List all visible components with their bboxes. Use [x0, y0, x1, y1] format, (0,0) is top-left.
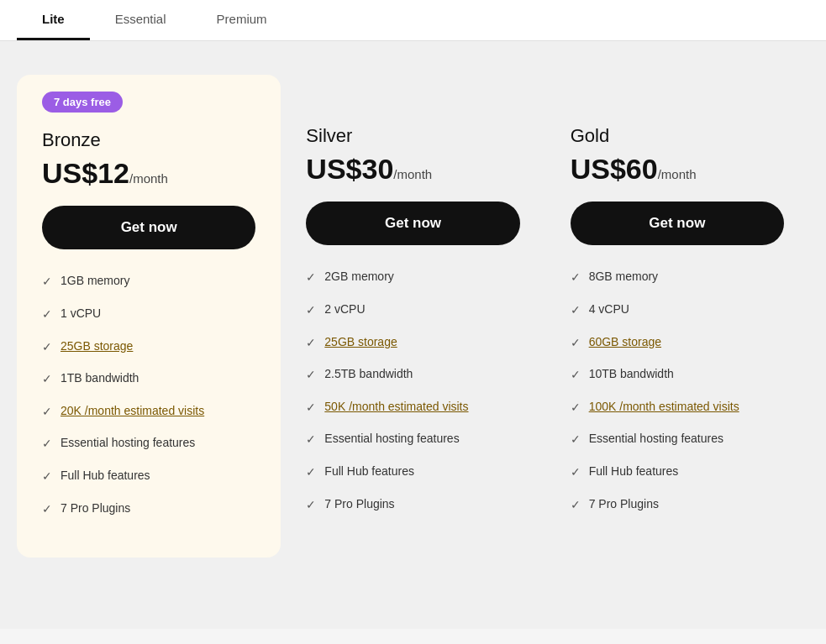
plan-price-bronze: US$12/month [42, 158, 255, 189]
price-amount-bronze: US$12 [42, 157, 129, 189]
price-period-gold: /month [658, 167, 697, 181]
features-list-gold: ✓8GB memory ✓4 vCPU ✓60GB storage ✓10TB … [571, 269, 784, 513]
features-list-bronze: ✓1GB memory ✓1 vCPU ✓25GB storage ✓1TB b… [42, 273, 255, 517]
feature-text: 7 Pro Plugins [324, 496, 394, 513]
list-item: ✓50K /month estimated visits [306, 399, 519, 416]
feature-text: 1GB memory [61, 273, 129, 290]
list-item: ✓Full Hub features [42, 468, 255, 485]
list-item: ✓7 Pro Plugins [42, 500, 255, 518]
plan-card-silver: Silver US$30/month Get now ✓2GB memory ✓… [281, 75, 545, 553]
check-icon: ✓ [571, 432, 581, 448]
list-item: ✓25GB storage [42, 338, 255, 356]
list-item: ✓Full Hub features [571, 463, 784, 481]
check-icon: ✓ [571, 400, 581, 416]
feature-link[interactable]: 50K /month estimated visits [324, 399, 468, 416]
feature-text: 7 Pro Plugins [61, 500, 130, 517]
feature-text: Full Hub features [61, 468, 150, 484]
list-item: ✓100K /month estimated visits [571, 399, 784, 416]
tab-lite[interactable]: Lite [17, 0, 90, 40]
list-item: ✓1 vCPU [42, 306, 255, 323]
check-icon: ✓ [42, 371, 52, 388]
check-icon: ✓ [571, 497, 581, 514]
list-item: ✓10TB bandwidth [571, 366, 784, 384]
feature-text: Full Hub features [324, 463, 414, 480]
check-icon: ✓ [571, 270, 581, 286]
plan-name-bronze: Bronze [42, 129, 255, 151]
feature-text: Full Hub features [589, 463, 679, 480]
plan-name-silver: Silver [306, 125, 519, 147]
list-item: ✓Essential hosting features [306, 431, 519, 448]
free-badge: 7 days free [42, 92, 123, 113]
list-item: ✓2 vCPU [306, 301, 519, 319]
get-now-button-bronze[interactable]: Get now [42, 206, 255, 249]
features-list-silver: ✓2GB memory ✓2 vCPU ✓25GB storage ✓2.5TB… [306, 269, 519, 513]
check-icon: ✓ [306, 367, 316, 384]
plans-grid: 7 days free Bronze US$12/month Get now ✓… [17, 75, 809, 558]
list-item: ✓2GB memory [306, 269, 519, 286]
feature-text: 10TB bandwidth [589, 366, 674, 383]
list-item: ✓7 Pro Plugins [306, 496, 519, 514]
feature-text: 8GB memory [589, 269, 658, 285]
check-icon: ✓ [42, 306, 52, 323]
feature-text: 1TB bandwidth [61, 370, 139, 387]
get-now-button-silver[interactable]: Get now [306, 202, 519, 245]
check-icon: ✓ [306, 302, 316, 319]
check-icon: ✓ [42, 274, 52, 291]
plan-price-gold: US$60/month [571, 154, 784, 185]
tab-essential[interactable]: Essential [90, 0, 192, 40]
plan-card-gold: Gold US$60/month Get now ✓8GB memory ✓4 … [545, 75, 809, 553]
list-item: ✓7 Pro Plugins [571, 496, 784, 514]
check-icon: ✓ [42, 436, 52, 453]
list-item: ✓4 vCPU [571, 301, 784, 319]
feature-text: 2 vCPU [324, 301, 365, 318]
list-item: ✓25GB storage [306, 334, 519, 352]
check-icon: ✓ [306, 335, 316, 352]
tab-premium[interactable]: Premium [192, 0, 292, 40]
list-item: ✓20K /month estimated visits [42, 403, 255, 421]
check-icon: ✓ [42, 404, 52, 421]
list-item: ✓Essential hosting features [42, 435, 255, 453]
price-period-bronze: /month [129, 171, 168, 186]
check-icon: ✓ [42, 469, 52, 485]
list-item: ✓60GB storage [571, 334, 784, 352]
feature-link[interactable]: 25GB storage [61, 338, 133, 355]
tabs-bar: Lite Essential Premium [0, 0, 826, 41]
list-item: ✓1TB bandwidth [42, 370, 255, 388]
check-icon: ✓ [571, 464, 581, 481]
check-icon: ✓ [42, 501, 52, 518]
check-icon: ✓ [306, 270, 316, 286]
price-amount-silver: US$30 [306, 153, 393, 185]
feature-text: 4 vCPU [589, 301, 629, 318]
plan-price-silver: US$30/month [306, 154, 519, 185]
feature-text: Essential hosting features [324, 431, 459, 448]
feature-text: 1 vCPU [61, 306, 101, 322]
check-icon: ✓ [306, 497, 316, 514]
list-item: ✓Essential hosting features [571, 431, 784, 448]
feature-text: 2GB memory [324, 269, 393, 285]
feature-link[interactable]: 20K /month estimated visits [61, 403, 204, 420]
price-amount-gold: US$60 [571, 153, 658, 185]
feature-link[interactable]: 60GB storage [589, 334, 661, 351]
check-icon: ✓ [571, 367, 581, 384]
check-icon: ✓ [306, 400, 316, 416]
get-now-button-gold[interactable]: Get now [571, 202, 784, 245]
list-item: ✓Full Hub features [306, 463, 519, 481]
feature-text: 2.5TB bandwidth [324, 366, 413, 383]
feature-link[interactable]: 100K /month estimated visits [589, 399, 739, 416]
plan-name-gold: Gold [571, 125, 784, 147]
feature-link[interactable]: 25GB storage [324, 334, 397, 351]
feature-text: 7 Pro Plugins [589, 496, 659, 513]
badge-spacer-silver [306, 92, 519, 122]
list-item: ✓1GB memory [42, 273, 255, 291]
price-period-silver: /month [393, 167, 432, 181]
check-icon: ✓ [571, 302, 581, 319]
check-icon: ✓ [306, 464, 316, 481]
main-content: 7 days free Bronze US$12/month Get now ✓… [0, 41, 826, 629]
feature-text: Essential hosting features [589, 431, 723, 448]
list-item: ✓2.5TB bandwidth [306, 366, 519, 384]
check-icon: ✓ [306, 432, 316, 448]
check-icon: ✓ [571, 335, 581, 352]
plan-card-bronze: 7 days free Bronze US$12/month Get now ✓… [17, 75, 281, 558]
feature-text: Essential hosting features [61, 435, 195, 452]
list-item: ✓8GB memory [571, 269, 784, 286]
